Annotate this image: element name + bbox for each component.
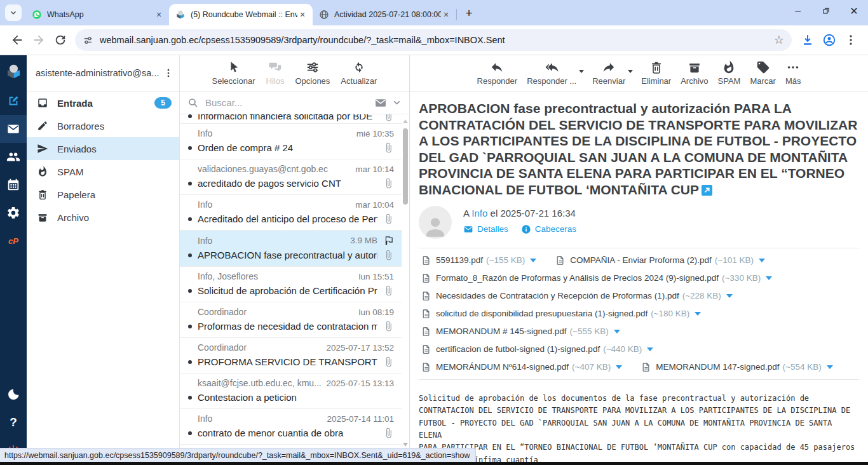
cpanel-link[interactable]: cP xyxy=(0,227,27,255)
back-button[interactable] xyxy=(6,29,28,51)
tab-title: Actividad 2025-07-21 08:00:00 xyxy=(334,10,441,19)
message-row[interactable]: Coordinadorlun 08:19 Proformas de necesi… xyxy=(180,302,402,338)
tab-search-button[interactable] xyxy=(5,4,22,21)
message-row[interactable]: ksaait@fcjse.utb.edu.ec, kmu...2025-07-1… xyxy=(180,374,402,409)
mail-nav-button[interactable] xyxy=(0,115,27,143)
attachment-menu-caret-icon[interactable] xyxy=(647,347,653,351)
attachment-menu-caret-icon[interactable] xyxy=(759,259,765,262)
forward-button-mail[interactable]: Reenviar xyxy=(592,60,625,86)
mark-button[interactable]: Marcar xyxy=(750,60,775,86)
options-button[interactable]: Opciones xyxy=(295,60,330,86)
folder-borradores[interactable]: Borradores xyxy=(27,114,179,137)
attachment-menu-caret-icon[interactable] xyxy=(695,312,701,316)
attachment-item[interactable]: MEMORANDUM 147-signed.pdf(~554 KB) xyxy=(641,361,833,373)
window-minimize-button[interactable] xyxy=(784,0,812,22)
compose-button[interactable] xyxy=(0,87,27,115)
window-close-button[interactable]: ✕ xyxy=(840,0,868,22)
folder-spam[interactable]: SPAM xyxy=(27,160,179,183)
search-scope-icon[interactable] xyxy=(374,97,387,109)
reply-all-caret-icon[interactable] xyxy=(579,70,584,73)
reply-button[interactable]: Responder xyxy=(477,60,518,86)
folder-papelera[interactable]: Papelera xyxy=(27,183,179,206)
new-tab-button[interactable]: + xyxy=(461,5,477,22)
forward-caret-icon[interactable] xyxy=(628,70,633,73)
attachment-menu-caret-icon[interactable] xyxy=(726,294,733,298)
scroll-up-arrow[interactable] xyxy=(403,119,408,123)
attachment-item[interactable]: MEMORÁNDUM Nº614-signed.pdf(~407 KB) xyxy=(421,361,622,373)
search-input[interactable] xyxy=(205,97,374,108)
send-icon xyxy=(37,143,48,154)
search-options-chevron-icon[interactable] xyxy=(392,98,402,107)
headers-toggle[interactable]: Cabeceras xyxy=(521,224,576,234)
attachment-item[interactable]: solicitud de disponibilidad presupuestar… xyxy=(421,308,701,320)
spam-button[interactable]: SPAM xyxy=(718,60,741,86)
dark-mode-button[interactable] xyxy=(0,381,27,408)
message-row[interactable]: Infomar 10:04 Acreditado del anticipo de… xyxy=(180,195,402,231)
select-button[interactable]: Seleccionar xyxy=(212,60,255,86)
message-row[interactable]: Info2025-07-14 11:01 contrato de menor c… xyxy=(180,409,402,445)
reply-icon xyxy=(490,60,504,74)
folder-enviados[interactable]: Enviados xyxy=(27,137,179,160)
delete-button[interactable]: Eliminar xyxy=(641,60,671,86)
attachment-menu-caret-icon[interactable] xyxy=(766,276,772,280)
settings-nav-button[interactable] xyxy=(0,199,27,227)
account-menu-icon[interactable] xyxy=(163,67,174,79)
details-toggle[interactable]: Detalles xyxy=(463,224,508,234)
more-button[interactable]: Más xyxy=(785,60,801,86)
tab-close-icon[interactable]: ✕ xyxy=(297,10,308,20)
tab-close-icon[interactable]: ✕ xyxy=(441,10,451,20)
reload-button[interactable] xyxy=(50,29,71,51)
message-row-selected[interactable]: Info3.9 MB APROBACION fase precontractua… xyxy=(180,231,402,267)
calendar-nav-button[interactable] xyxy=(0,171,27,199)
browser-menu-button[interactable] xyxy=(840,29,862,51)
message-row[interactable]: validaciones.guayas@cnt.gob.ecmar 10:14 … xyxy=(180,159,402,195)
attachment-item[interactable]: certificacion de futbol-signed (1)-signe… xyxy=(421,344,653,355)
profile-button[interactable] xyxy=(818,29,840,51)
message-row[interactable]: Coordinador2025-07-17 13:52 PROFORMA SER… xyxy=(180,338,402,374)
bookmark-star-icon[interactable]: ☆ xyxy=(774,33,784,47)
message-row[interactable]: Info, Josefloreslun 15:51 Solicitud de a… xyxy=(180,267,402,302)
account-header[interactable]: asistente-administrativo@sa... xyxy=(27,55,179,91)
attachment-menu-caret-icon[interactable] xyxy=(530,259,536,262)
reply-all-button[interactable]: Responder ... xyxy=(527,60,576,86)
globe-icon xyxy=(319,10,329,20)
attachment-item[interactable]: 5591139.pdf(~155 KB) xyxy=(421,255,536,266)
attachment-menu-caret-icon[interactable] xyxy=(827,365,833,369)
attachment-item[interactable]: COMPAÑIA - Enviar Proforma (2).pdf(~101 … xyxy=(555,255,765,266)
attachment-item[interactable]: Formato_8_Razón de Proformas y Análisis … xyxy=(421,273,772,284)
recipient-link[interactable]: Info xyxy=(471,208,487,219)
attachment-item[interactable]: MEMORANDUM # 145-signed.pdf(~555 KB) xyxy=(421,326,620,337)
tab-roundcube[interactable]: (5) Roundcube Webmail :: Envia ✕ xyxy=(169,4,313,25)
folder-label: Enviados xyxy=(57,144,172,154)
scrollbar-thumb[interactable] xyxy=(403,128,408,205)
avatar xyxy=(419,206,452,239)
url-bar[interactable]: webmail.sanjuan.gob.ec/cpsess1535909589/… xyxy=(75,29,792,51)
folder-archivo[interactable]: Archivo xyxy=(27,206,179,229)
unread-dot xyxy=(188,360,192,364)
list-scrollbar[interactable] xyxy=(402,114,409,464)
tag-icon xyxy=(756,60,770,74)
tab-actividad[interactable]: Actividad 2025-07-21 08:00:00 ✕ xyxy=(313,4,456,25)
roundcube-logo[interactable] xyxy=(0,55,27,87)
message-row[interactable]: Infomié 10:35 Orden de compra # 24 xyxy=(180,124,402,159)
help-button[interactable]: ? xyxy=(0,408,27,436)
minimize-icon xyxy=(793,6,803,16)
pdf-file-icon xyxy=(421,255,431,266)
forward-button[interactable] xyxy=(28,29,50,51)
attachment-menu-caret-icon[interactable] xyxy=(616,365,622,369)
threads-button[interactable]: Hilos xyxy=(266,60,285,86)
window-restore-button[interactable] xyxy=(812,0,840,22)
scroll-down-arrow[interactable] xyxy=(403,443,408,447)
tab-close-icon[interactable]: ✕ xyxy=(154,10,164,20)
folder-entrada[interactable]: Entrada 5 xyxy=(27,91,179,114)
attachment-item[interactable]: Necesidades de Contratación y Recepción … xyxy=(421,290,733,302)
contacts-nav-button[interactable] xyxy=(0,143,27,171)
archive-button[interactable]: Archivo xyxy=(681,60,708,86)
downloads-button[interactable] xyxy=(797,29,818,51)
message-row[interactable]: Información financiera solicitada por BD… xyxy=(180,114,402,124)
tab-whatsapp[interactable]: WhatsApp ✕ xyxy=(25,4,169,25)
attachment-menu-caret-icon[interactable] xyxy=(614,330,620,334)
refresh-button[interactable]: Actualizar xyxy=(341,60,377,86)
open-in-new-window-icon[interactable] xyxy=(702,185,712,196)
folder-label: Entrada xyxy=(57,98,154,109)
